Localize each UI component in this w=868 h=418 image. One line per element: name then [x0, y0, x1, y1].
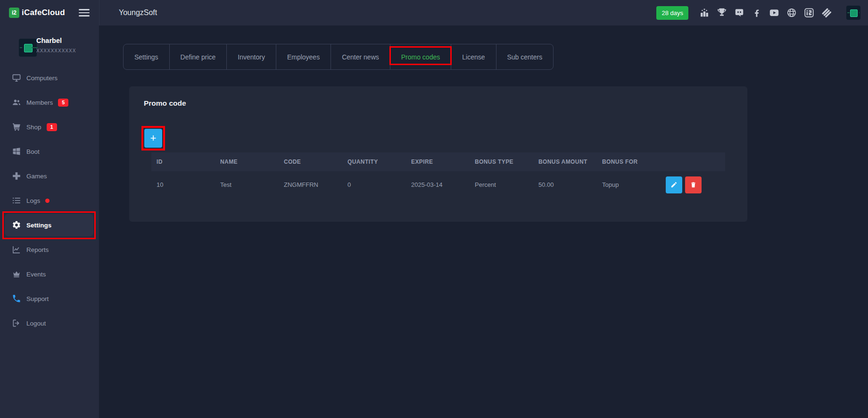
sidebar-item-label: Members	[26, 99, 53, 106]
tab-center-news[interactable]: Center news	[331, 44, 390, 69]
page-title: YoungzSoft	[119, 8, 656, 17]
logs-icon	[12, 196, 21, 205]
topbar: i2 iCafeCloud YoungzSoft 28 days	[0, 0, 868, 25]
events-icon	[12, 269, 21, 279]
globe-icon[interactable]	[786, 8, 797, 18]
tab-inventory[interactable]: Inventory	[227, 44, 276, 69]
youtube-icon[interactable]	[769, 8, 779, 18]
sidebar-item-label: Games	[26, 173, 47, 180]
sidebar-user-masked-id: XXXXXXXXXXX	[36, 48, 76, 53]
sidebar-item-label: Support	[26, 295, 49, 302]
sidebar-user-block: Charbel XXXXXXXXXXX	[0, 25, 99, 66]
alert-dot	[45, 199, 50, 203]
license-days-badge[interactable]: 28 days	[656, 6, 688, 20]
sidebar-item-boot[interactable]: Boot	[0, 139, 99, 164]
cell-bonus_amount: 50.00	[538, 171, 602, 198]
table-header-row: IDNAMECODEQUANTITYEXPIREBONUS TYPEBONUS …	[151, 152, 725, 171]
sidebar-item-logs[interactable]: Logs	[0, 188, 99, 213]
edit-row-button[interactable]	[666, 176, 682, 193]
hamburger-menu-icon[interactable]	[79, 9, 90, 17]
column-header: BONUS TYPE	[475, 152, 538, 171]
members-icon	[12, 98, 21, 107]
sidebar-item-label: Shop	[26, 124, 41, 131]
sidebar-item-computers[interactable]: Computers	[0, 66, 99, 90]
sidebar-item-label: Reports	[26, 246, 49, 253]
settings-tabs: SettingsDefine priceInventoryEmployeesCe…	[123, 44, 554, 70]
facebook-icon[interactable]	[752, 8, 762, 18]
cell-name: Test	[220, 171, 284, 198]
promo-codes-table: IDNAMECODEQUANTITYEXPIREBONUS TYPEBONUS …	[151, 152, 725, 198]
column-header: EXPIRE	[411, 152, 475, 171]
column-header: BONUS FOR	[602, 152, 666, 171]
sidebar-item-label: Computers	[26, 75, 58, 82]
brand-name: iCafeCloud	[22, 0, 65, 25]
computers-icon	[12, 73, 21, 83]
add-promo-annotation: +	[144, 129, 162, 148]
cell-bonus_for: Topup	[602, 171, 666, 198]
tab-employees[interactable]: Employees	[276, 44, 331, 69]
shop-icon	[12, 122, 21, 132]
delete-row-button[interactable]	[685, 176, 702, 193]
support-icon	[12, 294, 21, 303]
column-header: CODE	[284, 152, 347, 171]
cell-id: 10	[151, 171, 220, 198]
cell-expire: 2025-03-14	[411, 171, 475, 198]
settings-icon	[12, 220, 21, 230]
reports-icon	[12, 245, 21, 254]
sidebar-item-label: Settings	[26, 222, 51, 229]
sidebar-nav: ComputersMembers5Shop1BootGamesLogsSetti…	[0, 66, 99, 335]
sidebar-user-name: Charbel	[36, 37, 62, 44]
column-header: QUANTITY	[347, 152, 411, 171]
discord-icon[interactable]	[734, 8, 744, 18]
sidebar-item-label: Logs	[26, 197, 40, 204]
add-promo-button[interactable]: +	[144, 129, 162, 148]
tab-license[interactable]: License	[451, 44, 496, 69]
count-badge: 5	[58, 99, 68, 107]
sidebar-item-label: Logout	[26, 320, 46, 327]
main-content: SettingsDefine priceInventoryEmployeesCe…	[99, 25, 868, 418]
tab-settings[interactable]: Settings	[124, 44, 170, 69]
boot-icon	[12, 147, 21, 156]
promo-code-card: Promo code + IDNAMECODEQUANTITYEXPIREBON…	[129, 86, 747, 222]
column-header: ID	[151, 152, 220, 171]
sidebar-item-support[interactable]: Support	[0, 286, 99, 311]
logout-icon	[12, 318, 21, 328]
sidebar-item-members[interactable]: Members5	[0, 90, 99, 115]
count-badge: 1	[47, 123, 57, 131]
tab-promo-codes[interactable]: Promo codes	[390, 44, 451, 69]
sidebar-item-reports[interactable]: Reports	[0, 237, 99, 262]
cell-code: ZNGMFFRN	[284, 171, 347, 198]
layers-icon[interactable]	[821, 8, 832, 18]
card-title: Promo code	[144, 99, 186, 108]
column-header: BONUS AMOUNT	[538, 152, 602, 171]
sidebar-item-events[interactable]: Events	[0, 262, 99, 286]
topbar-actions: 28 days	[656, 6, 868, 20]
icafecloud-icon[interactable]	[804, 8, 814, 18]
sidebar-item-logout[interactable]: Logout	[0, 311, 99, 335]
sidebar: Charbel XXXXXXXXXXX ComputersMembers5Sho…	[0, 25, 99, 418]
sidebar-item-settings[interactable]: Settings	[5, 214, 93, 236]
sidebar-item-label: Events	[26, 271, 46, 278]
sidebar-item-games[interactable]: Games	[0, 164, 99, 188]
table-row: 10TestZNGMFFRN02025-03-14Percent50.00Top…	[151, 171, 725, 198]
column-header-actions	[666, 152, 725, 171]
cell-actions	[666, 171, 725, 198]
icafecloud-logo-icon: i2	[9, 8, 19, 18]
tab-define-price[interactable]: Define price	[170, 44, 227, 69]
cell-bonus_type: Percent	[475, 171, 538, 198]
ranking-icon[interactable]	[699, 8, 710, 18]
user-avatar[interactable]	[846, 6, 860, 20]
sidebar-user-avatar[interactable]	[19, 39, 37, 57]
cell-quantity: 0	[347, 171, 411, 198]
trophy-icon[interactable]	[717, 8, 727, 18]
tab-sub-centers[interactable]: Sub centers	[496, 44, 554, 69]
table-body: 10TestZNGMFFRN02025-03-14Percent50.00Top…	[151, 171, 725, 198]
sidebar-item-label: Boot	[26, 148, 40, 155]
column-header: NAME	[220, 152, 284, 171]
brand-zone: i2 iCafeCloud	[0, 0, 99, 25]
sidebar-item-shop[interactable]: Shop1	[0, 115, 99, 139]
games-icon	[12, 171, 21, 181]
